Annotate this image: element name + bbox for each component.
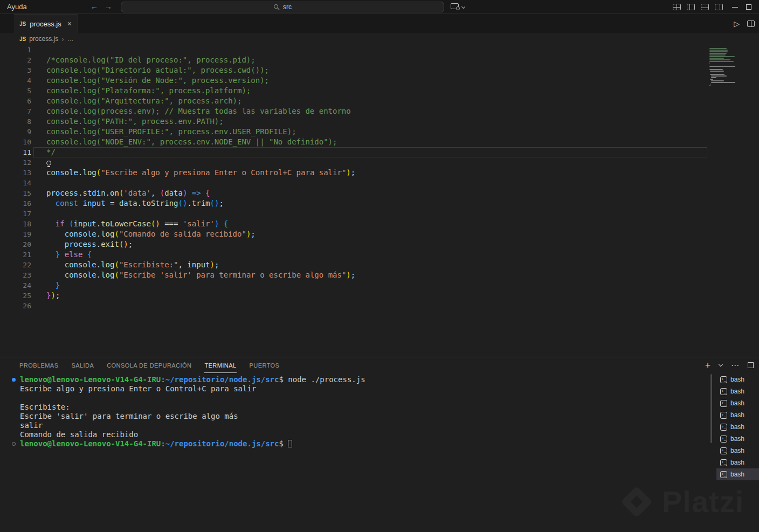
terminal-icon <box>720 436 727 443</box>
code-text <box>33 301 707 311</box>
panel-tab-salida[interactable]: SALIDA <box>71 357 94 373</box>
code-line-2[interactable]: 2/*console.log("ID del proceso:", proces… <box>0 55 707 65</box>
command-prompt-circle-icon <box>12 442 16 446</box>
terminal-output[interactable]: lenovo@lenovo-Lenovo-V14-G4-IRU:~/reposi… <box>0 373 710 532</box>
code-line-26[interactable]: 26 <box>0 301 707 311</box>
toggle-sidebar-left-icon[interactable] <box>687 4 695 10</box>
terminal-session-8[interactable]: bash <box>716 457 759 468</box>
code-line-22[interactable]: 22 console.log("Escribiste:", input); <box>0 260 707 270</box>
code-editor[interactable]: 12/*console.log("ID del proceso:", proce… <box>0 45 759 357</box>
code-line-6[interactable]: 6console.log("Arquitectura:", process.ar… <box>0 96 707 106</box>
code-text <box>33 209 707 219</box>
panel-tabs: PROBLEMASSALIDACONSOLA DE DEPURACIÓNTERM… <box>0 357 279 373</box>
line-number: 22 <box>0 260 33 270</box>
minimap-line <box>711 77 717 78</box>
code-line-9[interactable]: 9console.log("USER_PROFILE:", process.en… <box>0 127 707 137</box>
terminal-session-2[interactable]: bash <box>716 385 759 397</box>
terminal-line: Comando de salida recibido <box>20 430 710 439</box>
line-number: 25 <box>0 291 33 301</box>
terminal-session-7[interactable]: bash <box>716 445 759 457</box>
code-line-25[interactable]: 25}); <box>0 291 707 301</box>
line-number: 5 <box>0 86 33 96</box>
new-terminal-button[interactable]: + <box>705 361 710 370</box>
breadcrumb[interactable]: JS process.js › … <box>0 33 759 45</box>
line-number: 20 <box>0 239 33 250</box>
minimap-line <box>711 82 735 83</box>
back-icon[interactable]: ← <box>91 0 98 14</box>
panel-tab-terminal[interactable]: TERMINAL <box>204 357 236 373</box>
terminal-session-5[interactable]: bash <box>716 421 759 433</box>
code-line-4[interactable]: 4console.log("Versión de Node:", process… <box>0 75 707 86</box>
code-text: process.exit(); <box>33 239 707 250</box>
code-line-16[interactable]: 16 const input = data.toString().trim(); <box>0 198 707 209</box>
terminal-session-6[interactable]: bash <box>716 433 759 445</box>
code-line-19[interactable]: 19 console.log("Comando de salida recibi… <box>0 229 707 239</box>
editor-lines: 12/*console.log("ID del proceso:", proce… <box>0 45 707 311</box>
menu-item-ayuda[interactable]: Ayuda <box>5 0 29 14</box>
toggle-panel-icon[interactable] <box>701 4 709 10</box>
minimap-line <box>709 50 728 51</box>
code-line-5[interactable]: 5console.log("Plataforma:", process.plat… <box>0 86 707 96</box>
code-line-13[interactable]: 13console.log("Escribe algo y presiona E… <box>0 168 707 178</box>
code-line-7[interactable]: 7console.log(process.env); // Muestra to… <box>0 106 707 116</box>
code-line-14[interactable]: 14 <box>0 178 707 188</box>
terminal-session-9[interactable]: bash <box>716 468 759 480</box>
session-label: bash <box>730 435 744 443</box>
code-line-11[interactable]: 11*/ <box>0 147 707 157</box>
terminal-session-4[interactable]: bash <box>716 409 759 421</box>
minimap-line <box>709 61 734 62</box>
forward-icon[interactable]: → <box>105 0 112 14</box>
maximize-panel-icon[interactable] <box>748 362 754 368</box>
chevron-right-icon: › <box>61 35 64 43</box>
code-line-17[interactable]: 17 <box>0 209 707 219</box>
close-icon[interactable]: × <box>67 19 72 28</box>
search-value: src <box>283 3 292 11</box>
run-file-button[interactable]: ▷ <box>734 19 740 28</box>
line-number: 4 <box>0 75 33 86</box>
breadcrumb-file[interactable]: process.js <box>29 35 58 43</box>
command-center-search[interactable]: src <box>121 2 444 12</box>
terminal-scrollbar[interactable] <box>710 374 712 443</box>
code-text: console.log("PATH:", process.env.PATH); <box>33 116 707 127</box>
code-line-20[interactable]: 20 process.exit(); <box>0 239 707 250</box>
code-text: console.log("Plataforma:", process.platf… <box>33 86 707 96</box>
panel-tab-puertos[interactable]: PUERTOS <box>250 357 280 373</box>
code-line-1[interactable]: 1 <box>0 45 707 55</box>
toggle-sidebar-right-icon[interactable] <box>715 4 723 10</box>
code-line-15[interactable]: 15process.stdin.on('data', (data) => { <box>0 188 707 198</box>
terminal-icon <box>720 447 727 454</box>
editor-grid-icon[interactable] <box>673 4 681 10</box>
code-line-24[interactable]: 24 } <box>0 280 707 291</box>
tab-label: process.js <box>30 20 61 28</box>
code-text: console.log("Comando de salida recibido"… <box>33 229 707 239</box>
code-line-12[interactable]: 12 <box>0 157 707 168</box>
line-number: 3 <box>0 65 33 75</box>
code-line-10[interactable]: 10console.log("NODE_ENV:", process.env.N… <box>0 137 707 147</box>
more-actions-icon[interactable]: ⋯ <box>731 361 739 370</box>
panel-tab-consola-de-depuración[interactable]: CONSOLA DE DEPURACIÓN <box>107 357 191 373</box>
search-icon <box>273 4 280 10</box>
line-number: 26 <box>0 301 33 311</box>
terminal-session-3[interactable]: bash <box>716 397 759 409</box>
tab-process-js[interactable]: JS process.js × <box>14 14 78 33</box>
minimize-icon[interactable] <box>732 7 738 8</box>
maximize-icon[interactable] <box>746 4 751 10</box>
line-number: 1 <box>0 45 33 55</box>
line-number: 23 <box>0 270 33 280</box>
titlebar: Ayuda ← → src <box>0 0 759 14</box>
line-number: 6 <box>0 96 33 106</box>
code-line-18[interactable]: 18 if (input.toLowerCase() === 'salir') … <box>0 219 707 229</box>
code-line-21[interactable]: 21 } else { <box>0 250 707 260</box>
minimap[interactable] <box>709 46 750 88</box>
code-line-23[interactable]: 23 console.log("Escribe 'salir' para ter… <box>0 270 707 280</box>
split-editor-icon[interactable] <box>747 20 755 27</box>
lightbulb-icon[interactable] <box>46 161 51 165</box>
terminal-session-1[interactable]: bash <box>716 374 759 385</box>
code-line-8[interactable]: 8console.log("PATH:", process.env.PATH); <box>0 116 707 127</box>
panel-tab-problemas[interactable]: PROBLEMAS <box>19 357 58 373</box>
code-text: console.log("Directorio actual:", proces… <box>33 65 707 75</box>
terminal-profile-chevron-icon[interactable] <box>719 362 723 367</box>
customize-layout-icon[interactable] <box>451 3 466 11</box>
terminal-icon <box>720 412 727 419</box>
code-line-3[interactable]: 3console.log("Directorio actual:", proce… <box>0 65 707 75</box>
